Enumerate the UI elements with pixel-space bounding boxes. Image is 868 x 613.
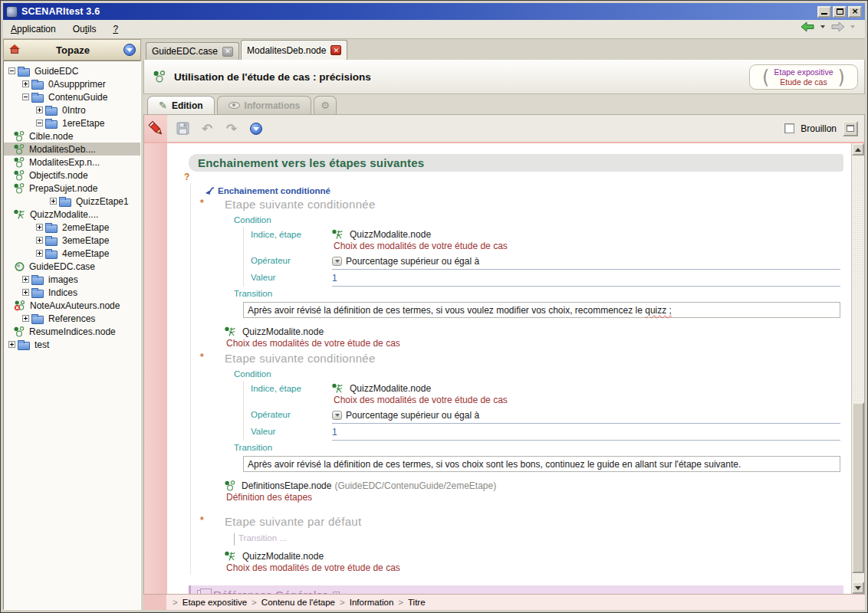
- expand-icon[interactable]: [22, 289, 29, 296]
- tab-settings[interactable]: ⚙: [314, 96, 337, 114]
- target-node-reference[interactable]: DefinitionsEtape.node (GuideEDC/ContenuG…: [225, 480, 847, 504]
- maximize-button[interactable]: [833, 6, 847, 18]
- field-label: Valeur: [251, 424, 332, 436]
- value-field[interactable]: 1: [332, 270, 840, 287]
- node-reference[interactable]: QuizzModalite.node: [332, 382, 840, 395]
- tree-item-folder[interactable]: 4emeEtape: [4, 247, 140, 260]
- close-tab-icon[interactable]: ✕: [222, 47, 233, 57]
- tree-item-folder[interactable]: 0Intro: [4, 103, 140, 116]
- close-tab-icon[interactable]: ✕: [330, 45, 341, 55]
- target-node-reference[interactable]: QuizzModalite.node Choix des modalités d…: [225, 550, 847, 575]
- expand-icon[interactable]: [36, 237, 43, 244]
- tree-item-folder[interactable]: QuizzEtape1: [4, 195, 140, 208]
- folder-icon: [59, 198, 71, 207]
- scroll-up-button[interactable]: [852, 143, 864, 156]
- tree-item-folder[interactable]: Indices: [4, 286, 140, 299]
- collapse-icon[interactable]: [8, 67, 15, 74]
- menu-help[interactable]: ?: [113, 24, 118, 34]
- forward-arrow-icon[interactable]: [830, 21, 845, 32]
- tree-item-node[interactable]: Cible.node: [4, 129, 140, 143]
- expand-icon[interactable]: [36, 224, 43, 231]
- node-icon: [14, 170, 25, 181]
- node-reference[interactable]: QuizzModalite.node: [332, 228, 840, 241]
- tree-item-node-selected[interactable]: ModalitesDeb....: [4, 143, 140, 156]
- tree-item-node[interactable]: ResumeIndices.node: [4, 325, 140, 338]
- scrollbar-track[interactable]: [852, 156, 864, 582]
- fullscreen-button[interactable]: [843, 121, 858, 136]
- tree-item-node[interactable]: PrepaSujet.node: [4, 182, 140, 195]
- tree-item-node[interactable]: ModalitesExp.n...: [4, 156, 140, 169]
- expand-icon[interactable]: [50, 198, 57, 205]
- expand-icon[interactable]: [22, 80, 29, 87]
- transition-placeholder[interactable]: Transition ...: [234, 533, 847, 546]
- tree-item-case[interactable]: GuideEDC.case: [4, 260, 140, 273]
- expand-icon[interactable]: [36, 250, 43, 257]
- sidebar-menu-icon[interactable]: [123, 44, 136, 56]
- forward-history-dropdown-icon[interactable]: [850, 25, 855, 28]
- edit-icon: ✎: [159, 100, 167, 111]
- tree-item-folder[interactable]: ContenuGuide: [4, 90, 140, 103]
- expand-icon[interactable]: [36, 107, 43, 113]
- tree-item-folder[interactable]: 2emeEtape: [4, 221, 140, 234]
- menu-outils[interactable]: Outils: [73, 24, 97, 34]
- folder-icon: [45, 120, 58, 129]
- value-field[interactable]: 1: [332, 424, 840, 441]
- sidebar-title: Topaze: [22, 44, 123, 56]
- edit-mode-cell: [144, 115, 167, 142]
- tree-item-folder[interactable]: 3emeEtape: [4, 234, 140, 247]
- tree-item-folder[interactable]: 0Asuppprimer: [4, 77, 140, 90]
- references-section-header[interactable]: Références Générales ...: [189, 585, 843, 594]
- back-history-dropdown-icon[interactable]: [820, 25, 825, 28]
- expand-icon[interactable]: [22, 276, 29, 283]
- back-arrow-icon[interactable]: [801, 21, 815, 32]
- tab-guideedc-case[interactable]: GuideEDC.case ✕: [146, 42, 239, 60]
- expand-icon[interactable]: [22, 315, 29, 322]
- tree-item-node[interactable]: Objectifs.node: [4, 169, 140, 182]
- transition-textbox[interactable]: Après avoir révisé la définition de ces …: [243, 456, 840, 472]
- breadcrumb-item[interactable]: Titre: [408, 598, 426, 607]
- title-bar: SCENARItest 3.6 ×: [3, 3, 865, 20]
- help-icon[interactable]: ?: [182, 172, 847, 183]
- breadcrumb-item[interactable]: Etape expositive: [182, 598, 247, 607]
- close-button[interactable]: ×: [848, 6, 862, 18]
- badge-line2: Etude de cas: [774, 77, 833, 87]
- sidebar-header: Topaze: [3, 39, 141, 61]
- tab-edition[interactable]: ✎Edition: [147, 96, 215, 114]
- tree-item-folder[interactable]: GuideEDC: [4, 64, 140, 77]
- actions-dropdown-button[interactable]: [247, 120, 265, 138]
- redo-button[interactable]: ↷: [222, 120, 241, 138]
- editor-panel: ↶ ↷ Brouillon Enchainement vers les étap…: [143, 115, 865, 594]
- dropdown-icon[interactable]: [332, 411, 342, 420]
- editor-toolbar: ↶ ↷ Brouillon: [144, 115, 864, 143]
- tab-modalitesdeb-node[interactable]: ModalitesDeb.node ✕: [241, 40, 347, 60]
- minimize-button[interactable]: [817, 6, 831, 18]
- target-node-reference[interactable]: QuizzModalite.node Choix des modalités d…: [225, 326, 847, 350]
- tab-informations[interactable]: Informations: [217, 96, 312, 114]
- brouillon-checkbox[interactable]: [784, 123, 794, 133]
- tree-item-folder[interactable]: References: [4, 312, 140, 325]
- misspelled-word: quizz ;: [645, 305, 672, 316]
- scroll-down-button[interactable]: [852, 582, 864, 594]
- expand-icon[interactable]: [333, 592, 340, 595]
- save-button[interactable]: [173, 120, 192, 138]
- scrollbar-thumb[interactable]: [852, 402, 864, 572]
- collapse-icon[interactable]: [36, 120, 43, 126]
- breadcrumb-item[interactable]: Information: [350, 598, 394, 607]
- menu-application[interactable]: Application: [11, 24, 56, 34]
- operator-field[interactable]: Pourcentage supérieur ou égal à: [332, 407, 840, 424]
- transition-textbox[interactable]: Après avoir révisé la définition de ces …: [243, 302, 840, 318]
- tree-item-folder[interactable]: images: [4, 273, 140, 286]
- branch-type-row[interactable]: Enchainement conditionné: [205, 183, 847, 196]
- tree-item-node-error[interactable]: NoteAuxAuteurs.node: [4, 299, 140, 312]
- dropdown-icon[interactable]: [332, 257, 342, 266]
- tree-item-folder[interactable]: test: [4, 338, 140, 351]
- app-window: SCENARItest 3.6 × Application Outils ? T…: [0, 0, 868, 613]
- breadcrumb-item[interactable]: Contenu de l'étape: [261, 598, 335, 607]
- tree-item-quizz-node[interactable]: QuizzModalite....: [4, 208, 140, 221]
- operator-field[interactable]: Pourcentage supérieur ou égal à: [332, 253, 840, 270]
- tree-item-folder[interactable]: 1ereEtape: [4, 116, 140, 129]
- vertical-scrollbar[interactable]: [851, 143, 864, 594]
- undo-button[interactable]: ↶: [198, 120, 216, 138]
- expand-icon[interactable]: [8, 341, 15, 348]
- collapse-icon[interactable]: [22, 93, 29, 100]
